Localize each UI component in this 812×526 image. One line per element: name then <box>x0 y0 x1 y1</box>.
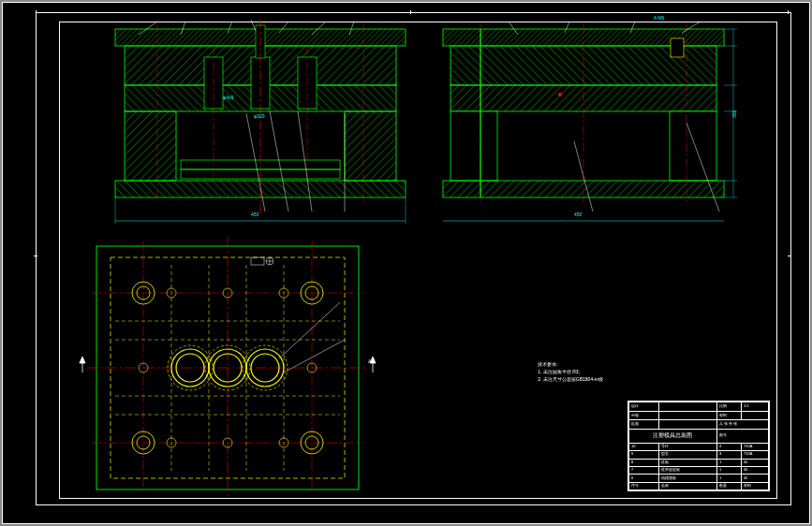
tb-mat: 材料 <box>716 411 741 420</box>
tech-line2: 2. 未注尺寸公差按GB1804-m级 <box>538 375 603 383</box>
model-space-frame: φ4x9 φ320 450 <box>2 2 810 524</box>
section-mark-a: A <box>368 358 371 364</box>
dim-d1: φ4x9 <box>223 95 234 100</box>
svg-rect-7 <box>345 111 396 181</box>
pl-h-qty: 数量 <box>716 482 741 489</box>
technical-notes: 技术要求: 1. 未注圆角半径 R3; 2. 未注尺寸公差按GB1804-m级 <box>538 360 603 383</box>
dim-w1: 450 <box>251 212 259 217</box>
pl-qty: 4 <box>716 443 741 450</box>
dim-h1: 350 <box>731 110 737 118</box>
svg-line-106 <box>279 302 340 358</box>
title-block-table: 设计 比例 1:2 审核 材料 批准 共 张 第 张 注塑模具总装图 图号 <box>628 402 769 490</box>
section-mark-a2: A <box>80 358 82 364</box>
pl-no: 10 <box>629 443 659 450</box>
tb-partno: 图号 <box>716 429 768 443</box>
tech-line1: 1. 未注圆角半径 R3; <box>538 368 603 375</box>
dim-d3: φ320 <box>254 113 265 119</box>
tb-check-label: 审核 <box>629 411 659 420</box>
svg-rect-46 <box>671 38 684 57</box>
svg-point-44 <box>558 93 562 96</box>
tb-scale-val: 1:2 <box>741 402 768 412</box>
pl-h-no: 序号 <box>629 482 659 489</box>
pl-name: 导柱 <box>659 443 717 450</box>
tb-scale-label: 比例 <box>716 402 741 412</box>
tb-drawn-label: 设计 <box>629 402 659 412</box>
svg-rect-6 <box>125 111 176 181</box>
pl-h-name: 名称 <box>659 482 717 489</box>
dim-4m6: 4-M6 <box>654 15 665 21</box>
tb-sheet: 共 张 第 张 <box>716 420 768 430</box>
pl-h-mat: 材料 <box>741 482 768 489</box>
plan-view <box>80 237 376 499</box>
tech-heading: 技术要求: <box>538 360 603 368</box>
svg-rect-38 <box>670 111 716 181</box>
tb-appr-label: 批准 <box>629 420 659 430</box>
tb-main-title: 注塑模具总装图 <box>629 429 717 443</box>
title-block: 设计 比例 1:2 审核 材料 批准 共 张 第 张 注塑模具总装图 图号 <box>627 401 770 491</box>
section-view-right: 350 450 4-M6 <box>443 15 737 221</box>
dim-rw1: 450 <box>574 212 583 217</box>
svg-rect-37 <box>450 111 497 181</box>
svg-rect-108 <box>251 257 264 265</box>
pl-mat: T10A <box>741 443 768 450</box>
section-view-left: φ4x9 φ320 450 <box>115 20 406 224</box>
